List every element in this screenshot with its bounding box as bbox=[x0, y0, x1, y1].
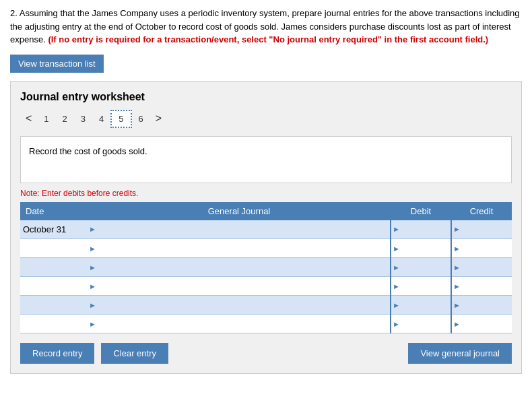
credit-cell-1[interactable]: ► bbox=[451, 220, 512, 239]
date-cell-5 bbox=[20, 296, 88, 315]
record-entry-button[interactable]: Record entry bbox=[20, 343, 94, 364]
note-text: Note: Enter debits before credits. bbox=[20, 189, 512, 198]
general-journal-input-2[interactable] bbox=[97, 240, 387, 257]
header-credit: Credit bbox=[451, 202, 512, 220]
header-debit: Debit bbox=[391, 202, 451, 220]
credit6-arrow-icon: ► bbox=[453, 320, 461, 328]
credit-cell-3[interactable]: ► bbox=[451, 258, 512, 277]
date-cell-4 bbox=[20, 277, 88, 296]
general-journal-input-6[interactable] bbox=[97, 316, 387, 332]
debit-cell-6[interactable]: ► bbox=[391, 315, 451, 333]
question-text: 2. Assuming that the James Company uses … bbox=[10, 7, 522, 46]
credit2-arrow-icon: ► bbox=[453, 245, 461, 253]
credit-input-6[interactable] bbox=[461, 316, 509, 332]
debit3-arrow-icon: ► bbox=[393, 263, 400, 271]
debit-input-5[interactable] bbox=[401, 297, 448, 313]
general-journal-input-4[interactable] bbox=[97, 278, 387, 294]
debit-cell-5[interactable]: ► bbox=[391, 296, 451, 315]
debit-cell-2[interactable]: ► bbox=[391, 239, 451, 258]
general-journal-cell-5[interactable]: ► bbox=[88, 296, 391, 315]
worksheet-container: Journal entry worksheet < 1 2 3 4 5 6 > … bbox=[10, 81, 522, 375]
credit4-arrow-icon: ► bbox=[453, 282, 461, 290]
table-header-row: Date General Journal Debit Credit bbox=[20, 202, 512, 220]
bottom-buttons: Record entry Clear entry View general jo… bbox=[20, 343, 512, 364]
debit6-arrow-icon: ► bbox=[393, 320, 400, 328]
table-row: ► ► ► bbox=[20, 315, 512, 333]
debit1-arrow-icon: ► bbox=[393, 225, 400, 233]
debit-input-3[interactable] bbox=[401, 259, 448, 276]
header-date: Date bbox=[20, 202, 88, 220]
debit-input-2[interactable] bbox=[401, 240, 448, 257]
row3-arrow-icon: ► bbox=[89, 263, 96, 271]
row1-arrow-icon: ► bbox=[89, 225, 96, 233]
credit-cell-6[interactable]: ► bbox=[451, 315, 512, 333]
date-cell-6 bbox=[20, 315, 88, 333]
debit-cell-3[interactable]: ► bbox=[391, 258, 451, 277]
credit-cell-4[interactable]: ► bbox=[451, 277, 512, 296]
credit-input-3[interactable] bbox=[461, 259, 509, 276]
date-cell-1: October 31 bbox=[20, 220, 88, 239]
journal-table: Date General Journal Debit Credit Octobe… bbox=[20, 202, 512, 334]
general-journal-cell-1[interactable]: ► bbox=[88, 220, 391, 239]
question-number: 2. bbox=[10, 8, 18, 18]
page-3-button[interactable]: 3 bbox=[74, 111, 92, 127]
debit-input-6[interactable] bbox=[401, 316, 448, 332]
general-journal-input-5[interactable] bbox=[97, 297, 387, 313]
debit4-arrow-icon: ► bbox=[393, 282, 400, 290]
table-row: ► ► ► bbox=[20, 258, 512, 277]
row6-arrow-icon: ► bbox=[89, 320, 96, 328]
debit-cell-1[interactable]: ► bbox=[391, 220, 451, 239]
general-journal-input-3[interactable] bbox=[97, 259, 387, 276]
worksheet-title: Journal entry worksheet bbox=[20, 91, 512, 103]
row4-arrow-icon: ► bbox=[89, 282, 96, 290]
header-general-journal: General Journal bbox=[88, 202, 391, 220]
page-5-button[interactable]: 5 bbox=[110, 110, 131, 128]
page-6-button[interactable]: 6 bbox=[132, 111, 150, 127]
instruction-box: Record the cost of goods sold. bbox=[20, 136, 512, 183]
general-journal-cell-4[interactable]: ► bbox=[88, 277, 391, 296]
prev-page-button[interactable]: < bbox=[20, 110, 37, 127]
page-4-button[interactable]: 4 bbox=[92, 111, 110, 127]
general-journal-cell-3[interactable]: ► bbox=[88, 258, 391, 277]
page-1-button[interactable]: 1 bbox=[37, 111, 55, 127]
general-journal-cell-6[interactable]: ► bbox=[88, 315, 391, 333]
credit-cell-5[interactable]: ► bbox=[451, 296, 512, 315]
row2-arrow-icon: ► bbox=[89, 245, 96, 253]
general-journal-cell-2[interactable]: ► bbox=[88, 239, 391, 258]
date-cell-3 bbox=[20, 258, 88, 277]
question-red-text: (If no entry is required for a transacti… bbox=[48, 34, 488, 44]
page-2-button[interactable]: 2 bbox=[56, 111, 74, 127]
clear-entry-button[interactable]: Clear entry bbox=[101, 343, 168, 364]
pagination: < 1 2 3 4 5 6 > bbox=[20, 110, 512, 128]
view-transaction-button[interactable]: View transaction list bbox=[10, 55, 104, 73]
question-container: 2. Assuming that the James Company uses … bbox=[10, 7, 522, 46]
row5-arrow-icon: ► bbox=[89, 301, 96, 309]
credit-input-5[interactable] bbox=[461, 297, 509, 313]
table-row: October 31 ► ► ► bbox=[20, 220, 512, 239]
table-row: ► ► ► bbox=[20, 239, 512, 258]
table-row: ► ► ► bbox=[20, 277, 512, 296]
next-page-button[interactable]: > bbox=[150, 110, 167, 127]
instruction-text: Record the cost of goods sold. bbox=[29, 146, 147, 156]
credit1-arrow-icon: ► bbox=[453, 225, 461, 233]
credit-input-1[interactable] bbox=[461, 221, 509, 237]
credit5-arrow-icon: ► bbox=[453, 301, 461, 309]
credit-input-4[interactable] bbox=[461, 278, 509, 294]
debit5-arrow-icon: ► bbox=[393, 301, 400, 309]
debit-input-4[interactable] bbox=[401, 278, 448, 294]
debit-input-1[interactable] bbox=[401, 221, 448, 237]
date-cell-2 bbox=[20, 239, 88, 258]
table-row: ► ► ► bbox=[20, 296, 512, 315]
view-general-journal-button[interactable]: View general journal bbox=[408, 343, 512, 364]
credit3-arrow-icon: ► bbox=[453, 263, 461, 271]
credit-input-2[interactable] bbox=[461, 240, 509, 257]
credit-cell-2[interactable]: ► bbox=[451, 239, 512, 258]
debit-cell-4[interactable]: ► bbox=[391, 277, 451, 296]
general-journal-input-1[interactable] bbox=[97, 221, 387, 237]
debit2-arrow-icon: ► bbox=[393, 245, 400, 253]
